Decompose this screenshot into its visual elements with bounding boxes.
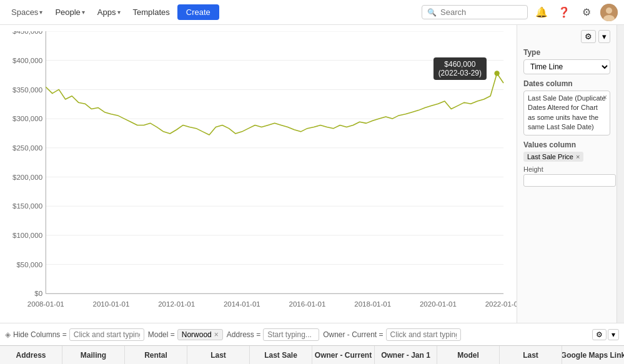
table-header-cell: Mailing (62, 346, 125, 364)
table-header-cell: Address (0, 346, 62, 364)
address-input[interactable] (263, 328, 319, 341)
people-nav[interactable]: People ▾ (50, 5, 89, 19)
search-input[interactable] (440, 7, 522, 17)
hide-columns-input[interactable] (69, 328, 144, 341)
nav-right: 🔍 🔔 ❓ ⚙ (422, 4, 618, 21)
svg-point-1 (606, 7, 612, 14)
svg-text:2020-01-01: 2020-01-01 (420, 300, 457, 308)
templates-label: Templates (133, 7, 170, 17)
table-header-cell: Last (500, 346, 562, 364)
svg-text:$250,000: $250,000 (12, 144, 42, 152)
table-header-cell: Owner - Jan 1 (375, 346, 437, 364)
settings-button[interactable]: ⚙ (578, 4, 595, 21)
svg-text:$300,000: $300,000 (12, 115, 42, 122)
apps-chevron: ▾ (117, 9, 121, 16)
apps-nav[interactable]: Apps ▾ (92, 5, 126, 19)
svg-text:$150,000: $150,000 (12, 202, 42, 210)
owner-filter: Owner - Current = (323, 328, 460, 341)
filter-bar: ◈ Hide Columns = Model = Norwood × Addre… (0, 323, 624, 345)
filter-caret-button[interactable]: ▾ (608, 329, 619, 340)
model-tag-close[interactable]: × (214, 330, 219, 339)
hide-columns-filter: ◈ Hide Columns = (5, 328, 144, 341)
chart-area: $0 $50,000 $100,000 $150,000 $200,000 $2… (0, 25, 517, 323)
values-column-label: Values column (523, 140, 610, 149)
svg-text:2014-01-01: 2014-01-01 (224, 300, 260, 308)
panel-caret-button[interactable]: ▾ (598, 30, 610, 43)
help-button[interactable]: ❓ (555, 4, 573, 21)
table-header-cell: Google Maps Link (562, 346, 624, 364)
svg-text:$200,000: $200,000 (12, 174, 42, 181)
svg-text:$350,000: $350,000 (12, 86, 42, 94)
svg-text:$0: $0 (34, 290, 42, 297)
type-select[interactable]: Time Line (523, 59, 610, 74)
search-box[interactable]: 🔍 (422, 5, 528, 19)
filter-gear-area: ⚙ ▾ (592, 329, 619, 340)
hide-columns-icon: ◈ (5, 330, 11, 339)
svg-text:2016-01-01: 2016-01-01 (289, 300, 326, 308)
spaces-chevron: ▾ (39, 9, 42, 16)
table-header-cell: Rental (125, 346, 187, 364)
table-header-cell: Last (187, 346, 250, 364)
table-header-cell: Owner - Current (312, 346, 375, 364)
dates-close-icon[interactable]: × (603, 92, 607, 103)
top-nav: Spaces ▾ People ▾ Apps ▾ Templates Creat… (0, 0, 624, 25)
people-chevron: ▾ (82, 9, 85, 16)
templates-nav[interactable]: Templates (128, 5, 175, 19)
model-filter: Model = Norwood × (148, 329, 223, 340)
search-icon: 🔍 (427, 8, 437, 17)
dates-column-label: Dates column (523, 79, 610, 88)
table-header-cell: Model (437, 346, 500, 364)
create-button[interactable]: Create (177, 4, 219, 20)
svg-text:2010-01-01: 2010-01-01 (93, 300, 130, 308)
gear-row: ⚙ ▾ (523, 30, 610, 43)
spaces-nav[interactable]: Spaces ▾ (6, 5, 47, 19)
avatar[interactable] (600, 4, 618, 21)
model-label: Model = (148, 330, 175, 339)
values-tag-close[interactable]: × (576, 153, 580, 160)
chart-tooltip-dot (494, 71, 499, 76)
values-tag-container: Last Sale Price × (523, 152, 610, 162)
people-label: People (55, 7, 80, 17)
values-tag-text: Last Sale Price (527, 153, 573, 160)
filter-gear-button[interactable]: ⚙ (592, 329, 607, 340)
notifications-button[interactable]: 🔔 (533, 4, 550, 21)
svg-text:2008-01-01: 2008-01-01 (27, 300, 64, 308)
svg-text:$450,000: $450,000 (12, 31, 42, 35)
spaces-label: Spaces (11, 7, 38, 17)
height-input[interactable] (523, 174, 616, 187)
model-tag: Norwood × (177, 329, 223, 340)
panel-gear-button[interactable]: ⚙ (581, 30, 596, 43)
svg-text:$50,000: $50,000 (16, 261, 42, 268)
svg-text:2018-01-01: 2018-01-01 (354, 300, 391, 308)
model-tag-text: Norwood (182, 330, 212, 339)
height-label: Height (523, 165, 616, 173)
dates-box: × Last Sale Date (Duplicate Dates Altere… (523, 91, 610, 135)
type-label: Type (523, 48, 610, 57)
svg-text:$400,000: $400,000 (12, 57, 42, 64)
address-filter: Address = (227, 328, 319, 341)
side-panel: ⚙ ▾ Type Time Line Dates column × Last S… (517, 25, 617, 323)
hw-row: Height Width (523, 165, 610, 187)
address-label: Address = (227, 330, 260, 339)
owner-input[interactable] (386, 328, 461, 341)
hide-columns-label: Hide Columns = (13, 330, 67, 339)
table-header-cell: Last Sale (250, 346, 312, 364)
svg-text:2022-01-01: 2022-01-01 (485, 300, 517, 308)
values-tag: Last Sale Price × (523, 152, 583, 162)
apps-label: Apps (97, 7, 116, 17)
dates-text: Last Sale Date (Duplicate Dates Altered … (528, 94, 606, 130)
main-area: $0 $50,000 $100,000 $150,000 $200,000 $2… (0, 25, 624, 323)
chart-line (46, 73, 503, 135)
line-chart: $0 $50,000 $100,000 $150,000 $200,000 $2… (0, 31, 517, 323)
svg-text:$100,000: $100,000 (12, 232, 42, 239)
scrollbar[interactable] (617, 25, 624, 323)
svg-text:2012-01-01: 2012-01-01 (158, 300, 195, 308)
table-header: AddressMailingRentalLastLast SaleOwner -… (0, 345, 624, 364)
owner-label: Owner - Current = (323, 330, 383, 339)
